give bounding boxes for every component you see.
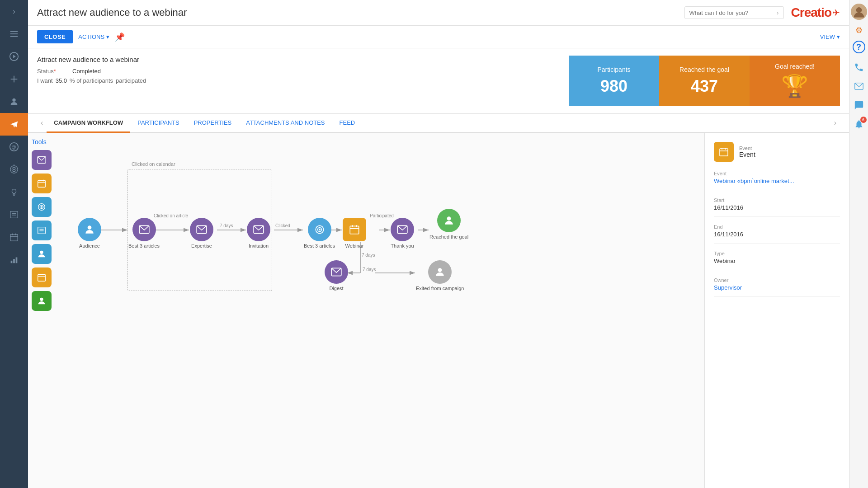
sidebar-person-icon[interactable] xyxy=(0,90,28,113)
tools-label: Tools xyxy=(32,138,56,145)
chat-icon[interactable] xyxy=(850,97,868,114)
i-want-value: 35.0 xyxy=(56,77,67,84)
info-left: Attract new audience to a webinar Status… xyxy=(37,56,569,106)
svg-point-14 xyxy=(12,189,16,193)
header: Attract new audience to a webinar › Crea… xyxy=(28,0,849,26)
detail-event-row: Event Webinar «bpm`online market... xyxy=(714,171,840,190)
node-exited[interactable]: Exited from campaign xyxy=(416,260,464,291)
sidebar-menu-icon[interactable] xyxy=(0,23,28,45)
search-box[interactable]: › xyxy=(684,6,784,19)
svg-point-70 xyxy=(856,7,862,13)
creatio-logo: Creatio ✈ xyxy=(791,5,840,20)
participants-value: 980 xyxy=(600,77,627,96)
tool-mail[interactable] xyxy=(32,150,52,170)
node-best3-1-label: Best 3 articles xyxy=(128,243,160,249)
tool-target[interactable] xyxy=(32,197,52,217)
node-webinar[interactable]: Webinar xyxy=(343,218,366,249)
svg-point-32 xyxy=(41,206,42,208)
svg-rect-58 xyxy=(350,226,359,234)
detail-start-row: Start 16/11/2016 xyxy=(714,197,840,217)
sidebar-add-icon[interactable] xyxy=(0,68,28,90)
svg-rect-15 xyxy=(10,211,18,218)
edge-label-7days-2: 7 days xyxy=(362,253,375,258)
status-value: Completed xyxy=(72,68,101,75)
notification-icon[interactable]: 6 xyxy=(850,116,868,133)
tab-participants[interactable]: PARTICIPANTS xyxy=(130,114,186,133)
sidebar-campaign-icon[interactable] xyxy=(0,113,28,136)
detail-type-label: Event xyxy=(739,145,755,151)
header-right: › Creatio ✈ xyxy=(684,5,840,20)
sidebar-idea-icon[interactable] xyxy=(0,181,28,203)
node-invitation[interactable]: Invitation xyxy=(247,218,270,249)
help-icon[interactable]: ? xyxy=(853,41,865,53)
svg-text:@: @ xyxy=(12,145,16,150)
edge-label-7days-1: 7 days xyxy=(220,223,233,228)
sidebar-calendar-icon[interactable] xyxy=(0,226,28,249)
close-button[interactable]: CLOSE xyxy=(37,30,73,43)
node-invitation-label: Invitation xyxy=(249,243,269,249)
svg-rect-0 xyxy=(10,31,18,32)
detail-event-value[interactable]: Webinar «bpm`online market... xyxy=(714,178,840,184)
svg-rect-2 xyxy=(10,36,18,37)
tab-attachments[interactable]: ATTACHMENTS AND NOTES xyxy=(239,114,332,133)
svg-point-39 xyxy=(40,298,43,301)
tool-calendar2[interactable] xyxy=(32,267,52,287)
actions-dropdown-icon: ▾ xyxy=(106,33,109,40)
tool-list[interactable] xyxy=(32,221,52,240)
tabs-left-arrow[interactable]: ‹ xyxy=(37,119,47,127)
actions-button[interactable]: ACTIONS ▾ xyxy=(78,33,109,40)
status-label: Status* xyxy=(37,68,69,75)
view-button[interactable]: VIEW ▾ xyxy=(820,33,840,40)
search-input[interactable] xyxy=(689,9,777,16)
node-thankyou[interactable]: Thank you xyxy=(391,218,414,249)
tool-green-person[interactable] xyxy=(32,291,52,311)
logo-text: Creatio xyxy=(791,5,831,20)
tool-calendar[interactable] xyxy=(32,174,52,193)
node-best3-2[interactable]: Best 3 articles xyxy=(304,218,335,249)
node-audience[interactable]: Audience xyxy=(78,218,101,249)
node-digest-label: Digest xyxy=(329,286,343,291)
trophy-icon: 🏆 xyxy=(781,74,808,99)
phone-icon[interactable] xyxy=(850,59,868,76)
tab-campaign-workflow[interactable]: CAMPAIGN WORKFLOW xyxy=(47,114,130,133)
tab-properties[interactable]: PROPERTIES xyxy=(187,114,239,133)
sidebar-email-icon[interactable]: @ xyxy=(0,136,28,158)
tool-person[interactable] xyxy=(32,244,52,264)
campaign-name: Attract new audience to a webinar xyxy=(37,56,560,63)
edge-label-clicked-article: Clicked on article xyxy=(154,213,188,218)
svg-rect-26 xyxy=(38,181,46,188)
detail-owner-label: Owner xyxy=(714,277,840,283)
notification-badge-count: 6 xyxy=(860,117,867,123)
gear-icon[interactable]: ⚙ xyxy=(850,22,868,39)
detail-owner-value[interactable]: Supervisor xyxy=(714,284,840,291)
workflow-area: Tools xyxy=(28,133,704,488)
svg-rect-1 xyxy=(10,33,18,34)
pin-icon[interactable]: 📌 xyxy=(115,32,125,42)
sidebar-list-icon[interactable] xyxy=(0,203,28,226)
svg-point-12 xyxy=(13,169,15,170)
content-area: Tools xyxy=(28,133,849,488)
node-expertise[interactable]: Expertise xyxy=(190,218,213,249)
node-digest[interactable]: Digest xyxy=(325,260,348,291)
sidebar-chart-icon[interactable] xyxy=(0,249,28,271)
right-panel: ⚙ ? 6 xyxy=(849,0,868,488)
mail-icon[interactable] xyxy=(850,78,868,95)
detail-event-label: Event xyxy=(714,171,840,176)
tabs-right-arrow[interactable]: › xyxy=(830,119,840,127)
tabs: ‹ CAMPAIGN WORKFLOW PARTICIPANTS PROPERT… xyxy=(28,114,849,133)
svg-point-57 xyxy=(319,229,320,230)
svg-rect-18 xyxy=(10,235,18,241)
user-avatar[interactable] xyxy=(851,4,867,20)
detail-panel: Event Event Event Webinar «bpm`online ma… xyxy=(704,133,849,488)
sidebar-play-icon[interactable] xyxy=(0,45,28,68)
node-thankyou-label: Thank you xyxy=(391,243,414,249)
detail-event-icon xyxy=(714,142,734,162)
tab-feed[interactable]: FEED xyxy=(332,114,363,133)
detail-start-value: 16/11/2016 xyxy=(714,204,840,211)
node-reached-goal[interactable]: Reached the goal xyxy=(429,209,468,239)
edge-label-7days-3: 7 days xyxy=(363,267,376,272)
node-best3-1[interactable]: Best 3 articles xyxy=(128,218,160,249)
sidebar-target-icon[interactable] xyxy=(0,158,28,181)
detail-end-value: 16/11/2016 xyxy=(714,231,840,238)
sidebar-collapse-arrow[interactable]: › xyxy=(0,0,28,23)
